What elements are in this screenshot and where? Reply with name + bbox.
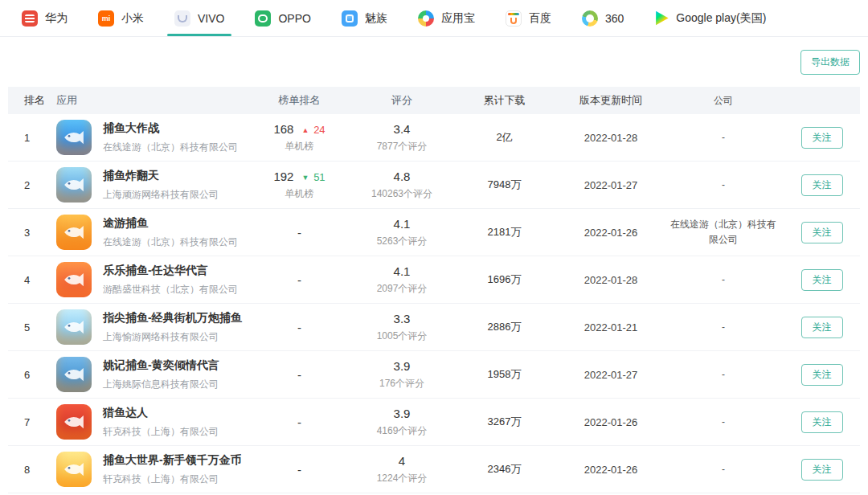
rating-cell: 4.1 5263个评分 xyxy=(354,217,450,248)
rating-value: 3.4 xyxy=(354,122,450,136)
googleplay-icon xyxy=(654,11,669,26)
fish-glyph xyxy=(62,410,86,434)
downloads-cell: 3267万 xyxy=(450,415,559,429)
store-tabbar: 华为 小米 VIVO OPPO 魅族 应用宝 百度 360 Google pla… xyxy=(0,0,868,37)
follow-button[interactable]: 关注 xyxy=(801,411,843,433)
downloads-cell: 1958万 xyxy=(450,367,559,382)
tab-label: VIVO xyxy=(198,12,224,25)
company-cell: - xyxy=(663,367,784,382)
developer-name: 轩克科技（上海）有限公司 xyxy=(103,472,242,486)
header-company: 公司 xyxy=(663,93,784,108)
developer-name: 在线途游（北京）科技有限公司 xyxy=(103,235,238,249)
header-updated: 版本更新时间 xyxy=(559,93,663,108)
trend-arrow-icon: ▲ xyxy=(302,126,309,134)
rating-value: 4.8 xyxy=(354,170,450,183)
app-name[interactable]: 途游捕鱼 xyxy=(103,216,238,231)
developer-name: 上海愉游网络科技有限公司 xyxy=(103,330,242,344)
toolbar: 导出数据 xyxy=(0,37,868,87)
tab-qihoo360[interactable]: 360 xyxy=(567,0,639,36)
downloads-cell: 2886万 xyxy=(450,320,559,334)
fish-glyph xyxy=(62,173,86,197)
table-row: 4 乐乐捕鱼-任达华代言 游酷盛世科技（北京）有限公司 - xyxy=(8,256,860,304)
fish-glyph xyxy=(62,362,86,387)
list-name: 单机榜 xyxy=(245,187,354,201)
rank-cell: 5 xyxy=(8,321,56,333)
list-rank-value: - xyxy=(297,415,301,429)
list-rank-cell: 168 ▲ 24 单机榜 xyxy=(245,122,354,153)
list-rank-value: - xyxy=(297,321,301,334)
list-rank-cell: - xyxy=(245,368,354,382)
updated-cell: 2022-01-27 xyxy=(559,369,663,381)
trend-value: 51 xyxy=(313,171,325,183)
tab-yingyongbao[interactable]: 应用宝 xyxy=(403,0,490,36)
rank-cell: 6 xyxy=(8,369,56,381)
qihoo360-icon xyxy=(582,10,598,27)
table-row: 6 姚记捕鱼-黄奕倾情代言 上海姚际信息科技有限公司 - xyxy=(8,351,860,399)
tab-baidu[interactable]: 百度 xyxy=(490,0,567,36)
app-name[interactable]: 乐乐捕鱼-任达华代言 xyxy=(103,264,238,278)
list-rank-cell: - xyxy=(245,321,354,334)
app-name[interactable]: 捕鱼大世界-新手领千万金币 xyxy=(103,453,242,468)
action-cell: 关注 xyxy=(784,127,860,149)
rating-value: 3.9 xyxy=(354,407,450,420)
app-name[interactable]: 捕鱼大作战 xyxy=(103,121,238,136)
list-rank-value: 192 xyxy=(273,170,293,183)
downloads-cell: 7948万 xyxy=(450,178,559,192)
follow-button[interactable]: 关注 xyxy=(801,127,843,149)
tab-label: 百度 xyxy=(529,11,551,26)
rating-value: 4.1 xyxy=(354,217,450,231)
developer-name: 在线途游（北京）科技有限公司 xyxy=(103,141,238,154)
rank-cell: 2 xyxy=(8,179,56,191)
table-body: 1 捕鱼大作战 在线途游（北京）科技有限公司 168 ▲ 24 单机榜 xyxy=(8,114,860,493)
action-cell: 关注 xyxy=(784,411,860,433)
rating-value: 3.3 xyxy=(354,312,450,325)
app-icon xyxy=(56,120,92,155)
follow-button[interactable]: 关注 xyxy=(801,317,843,338)
tab-googleplay[interactable]: Google play(美国) xyxy=(639,0,781,36)
updated-cell: 2022-01-27 xyxy=(559,179,663,191)
rating-value: 4 xyxy=(354,454,450,468)
list-rank-cell: - xyxy=(245,463,354,477)
follow-button[interactable]: 关注 xyxy=(801,222,843,243)
app-cell: 途游捕鱼 在线途游（北京）科技有限公司 xyxy=(56,215,245,250)
follow-button[interactable]: 关注 xyxy=(801,459,843,481)
fish-glyph xyxy=(62,125,86,149)
updated-cell: 2022-01-26 xyxy=(559,416,663,428)
app-name[interactable]: 指尖捕鱼-经典街机万炮捕鱼 xyxy=(103,311,242,325)
header-downloads: 累计下载 xyxy=(450,93,559,108)
app-name[interactable]: 猎鱼达人 xyxy=(103,406,219,420)
app-name[interactable]: 姚记捕鱼-黄奕倾情代言 xyxy=(103,358,219,373)
app-name[interactable]: 捕鱼炸翻天 xyxy=(103,169,219,183)
app-cell: 捕鱼大世界-新手领千万金币 轩克科技（上海）有限公司 xyxy=(56,452,245,487)
tab-oppo[interactable]: OPPO xyxy=(240,0,326,36)
follow-button[interactable]: 关注 xyxy=(801,174,843,196)
vivo-icon xyxy=(174,10,190,27)
rating-value: 4.1 xyxy=(354,264,450,278)
header-app: 应用 xyxy=(56,93,245,108)
list-rank-value: - xyxy=(297,226,301,239)
header-list-rank: 榜单排名 xyxy=(245,93,354,108)
updated-cell: 2022-01-28 xyxy=(559,274,663,286)
tab-meizu[interactable]: 魅族 xyxy=(326,0,403,36)
huawei-icon xyxy=(22,10,38,27)
tab-vivo[interactable]: VIVO xyxy=(159,0,240,36)
tab-xiaomi[interactable]: 小米 xyxy=(83,0,159,36)
list-rank-cell: - xyxy=(245,226,354,239)
rating-cell: 3.3 1005个评分 xyxy=(354,312,450,343)
table-row: 1 捕鱼大作战 在线途游（北京）科技有限公司 168 ▲ 24 单机榜 xyxy=(8,114,860,162)
rank-cell: 3 xyxy=(8,227,56,239)
tab-label: 360 xyxy=(605,12,624,25)
tab-huawei[interactable]: 华为 xyxy=(6,0,83,36)
downloads-cell: 2亿 xyxy=(450,130,559,145)
trend-arrow-icon: ▼ xyxy=(302,174,309,182)
app-cell: 姚记捕鱼-黄奕倾情代言 上海姚际信息科技有限公司 xyxy=(56,357,245,392)
follow-button[interactable]: 关注 xyxy=(801,269,843,291)
follow-button[interactable]: 关注 xyxy=(801,364,843,386)
export-data-button[interactable]: 导出数据 xyxy=(800,50,860,75)
company-cell: - xyxy=(663,462,784,477)
list-rank-value: 168 xyxy=(273,122,293,136)
downloads-cell: 2181万 xyxy=(450,225,559,239)
app-cell: 猎鱼达人 轩克科技（上海）有限公司 xyxy=(56,404,245,440)
action-cell: 关注 xyxy=(784,317,860,338)
tab-label: OPPO xyxy=(278,12,310,25)
